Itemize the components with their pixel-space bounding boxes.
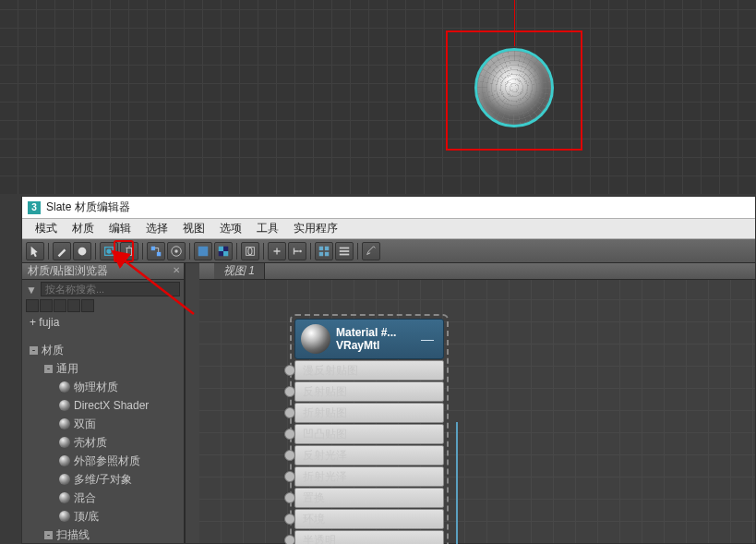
mat-shell[interactable]: 壳材质 xyxy=(22,433,184,452)
svg-text:0: 0 xyxy=(247,245,253,256)
svg-rect-4 xyxy=(151,246,155,249)
filter-btn-3[interactable] xyxy=(54,299,66,312)
mat-multisub[interactable]: 多维/子对象 xyxy=(22,470,184,489)
toolbar: 0 xyxy=(22,239,755,263)
show-checker[interactable] xyxy=(214,242,233,260)
search-dropdown-icon[interactable]: ▼ xyxy=(26,284,37,295)
filter-btn-4[interactable] xyxy=(67,299,80,312)
svg-point-0 xyxy=(78,247,87,255)
menu-view[interactable]: 视图 xyxy=(175,219,212,238)
menu-mode[interactable]: 模式 xyxy=(28,219,65,238)
output-connection xyxy=(456,422,458,544)
slot-refr-gloss[interactable]: 折射光泽 xyxy=(294,466,444,487)
svg-rect-9 xyxy=(219,246,223,250)
filter-btn-1[interactable] xyxy=(26,299,39,312)
filter-btn-5[interactable] xyxy=(81,299,94,312)
close-icon[interactable]: ✕ xyxy=(173,265,180,275)
svg-rect-3 xyxy=(126,248,131,255)
filter-btn-2[interactable] xyxy=(40,299,53,312)
menubar: 模式 材质 编辑 选择 视图 选项 工具 实用程序 xyxy=(22,219,755,239)
svg-rect-18 xyxy=(319,251,323,255)
menu-tools[interactable]: 工具 xyxy=(249,219,286,238)
search-input[interactable] xyxy=(41,282,180,296)
svg-rect-20 xyxy=(340,247,350,248)
mat-topbottom[interactable]: 顶/底 xyxy=(22,507,184,526)
lock-tool[interactable] xyxy=(362,242,380,260)
browser-tab: 材质/贴图浏览器 ✕ xyxy=(22,263,184,280)
assign-material[interactable] xyxy=(100,242,118,260)
svg-rect-21 xyxy=(340,250,350,252)
move-children[interactable] xyxy=(147,242,165,260)
material-browser-panel: 材质/贴图浏览器 ✕ ▼ + fujia -材质 -通用 物理材质 Direc xyxy=(22,263,185,543)
svg-rect-8 xyxy=(198,246,209,256)
filter-row xyxy=(22,298,184,313)
slate-material-editor-window: 3 Slate 材质编辑器 模式 材质 编辑 选择 视图 选项 工具 实用程序 … xyxy=(21,196,756,544)
menu-material[interactable]: 材质 xyxy=(65,219,102,238)
svg-point-15 xyxy=(299,249,302,252)
slot-refl-gloss[interactable]: 反射光泽 xyxy=(294,445,444,465)
group-scanline[interactable]: -扫描线 xyxy=(22,526,184,543)
material-tree: + fujia -材质 -通用 物理材质 DirectX Shader 双面 壳… xyxy=(22,313,184,543)
material-preview-icon xyxy=(301,324,330,354)
window-title: Slate 材质编辑器 xyxy=(46,199,130,215)
group-materials[interactable]: -材质 xyxy=(22,341,184,359)
viewport-background xyxy=(0,0,756,194)
node-type: VRayMtl xyxy=(336,339,412,352)
svg-point-2 xyxy=(106,248,111,253)
slot-displace[interactable]: 置换 xyxy=(294,488,444,508)
app-icon: 3 xyxy=(28,201,41,214)
show-map[interactable] xyxy=(194,242,212,260)
pointer-tool[interactable] xyxy=(26,242,44,260)
slot-bump[interactable]: 凹凸贴图 xyxy=(294,424,444,444)
mat-physical[interactable]: 物理材质 xyxy=(22,378,184,396)
slot-reflect[interactable]: 反射贴图 xyxy=(294,381,444,402)
node-canvas[interactable]: Material #... VRayMtl — 漫反射贴图 反射贴图 折射贴图 … xyxy=(199,280,755,543)
svg-rect-12 xyxy=(219,251,223,256)
svg-rect-10 xyxy=(223,251,228,256)
group-fujia[interactable]: + fujia xyxy=(22,313,184,332)
slot-translucent[interactable]: 半透明 xyxy=(294,530,444,544)
select-tree[interactable] xyxy=(268,242,286,260)
titlebar: 3 Slate 材质编辑器 xyxy=(22,197,755,219)
minimize-icon[interactable]: — xyxy=(417,332,438,346)
menu-utilities[interactable]: 实用程序 xyxy=(286,219,345,238)
slot-refract[interactable]: 折射贴图 xyxy=(294,403,444,423)
svg-rect-19 xyxy=(325,251,329,255)
pick-tool[interactable] xyxy=(53,242,71,260)
select-children[interactable] xyxy=(288,242,306,260)
material-node[interactable]: Material #... VRayMtl — 漫反射贴图 反射贴图 折射贴图 … xyxy=(290,314,449,544)
mat-blend[interactable]: 混合 xyxy=(22,489,184,507)
node-view-area: 视图 1 Material #... VRayMtl — 漫反射贴图 xyxy=(199,263,755,543)
zero-icon[interactable]: 0 xyxy=(241,242,259,260)
sphere-object[interactable] xyxy=(474,48,554,127)
svg-rect-16 xyxy=(319,246,323,249)
svg-rect-5 xyxy=(157,251,161,255)
layout-all[interactable] xyxy=(167,242,186,260)
node-header[interactable]: Material #... VRayMtl — xyxy=(294,319,444,359)
mat-xref[interactable]: 外部参照材质 xyxy=(22,452,184,470)
group-general[interactable]: -通用 xyxy=(22,359,184,378)
list-view[interactable] xyxy=(335,242,354,260)
svg-rect-11 xyxy=(223,246,228,250)
node-title: Material #... xyxy=(336,326,412,339)
grid-view[interactable] xyxy=(315,242,333,260)
menu-edit[interactable]: 编辑 xyxy=(102,219,138,238)
svg-rect-17 xyxy=(325,246,329,249)
browser-scrollbar[interactable] xyxy=(185,263,199,543)
delete-tool[interactable] xyxy=(120,242,138,260)
mat-doublesided[interactable]: 双面 xyxy=(22,415,184,433)
menu-options[interactable]: 选项 xyxy=(212,219,249,238)
view-tab-1[interactable]: 视图 1 xyxy=(214,263,265,279)
slot-diffuse[interactable]: 漫反射贴图 xyxy=(294,360,444,381)
svg-point-7 xyxy=(174,249,178,253)
apply-to-selection[interactable] xyxy=(73,242,91,260)
menu-select[interactable]: 选择 xyxy=(138,219,175,238)
svg-rect-22 xyxy=(340,253,350,255)
mat-directx[interactable]: DirectX Shader xyxy=(22,396,184,415)
slot-environ[interactable]: 环境 xyxy=(294,509,444,529)
